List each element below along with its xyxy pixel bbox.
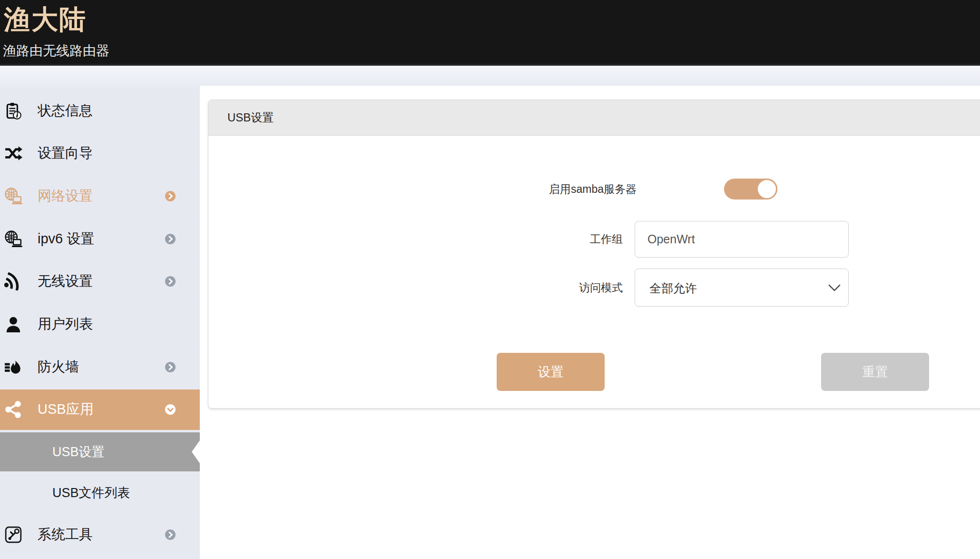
reset-button[interactable]: 重置 bbox=[821, 353, 929, 391]
firewall-icon bbox=[4, 358, 22, 376]
sidebar-item-network-settings[interactable]: 网络设置 bbox=[0, 176, 200, 216]
sidebar-subitem-usb-settings[interactable]: USB设置 bbox=[0, 432, 200, 471]
app-subtitle: 渔路由无线路由器 bbox=[3, 42, 109, 60]
sidebar-subitem-usb-file-list[interactable]: USB文件列表 bbox=[0, 473, 200, 512]
sidebar-item-usb-apps[interactable]: USB应用 bbox=[0, 389, 200, 430]
sidebar-subitem-label: USB设置 bbox=[52, 443, 105, 460]
access-mode-value: 全部允许 bbox=[649, 269, 697, 307]
sidebar-item-user-list[interactable]: 用户列表 bbox=[0, 304, 200, 344]
wireless-icon bbox=[4, 272, 22, 290]
tools-icon bbox=[4, 526, 22, 544]
select-chevron-down-icon bbox=[828, 284, 841, 294]
user-icon bbox=[4, 315, 22, 333]
usb-settings-card: USB设置 启用samba服务器 工作组 访问模式 全部允许 设置 重置 bbox=[208, 100, 980, 409]
workgroup-input[interactable] bbox=[635, 221, 849, 258]
sidebar-item-label: USB应用 bbox=[38, 400, 94, 419]
app-logo: 渔大陆 bbox=[4, 2, 87, 38]
chevron-right-icon bbox=[165, 234, 176, 244]
access-mode-label: 访问模式 bbox=[208, 269, 623, 307]
sidebar-item-setup-wizard[interactable]: 设置向导 bbox=[0, 133, 200, 174]
sidebar-subitem-label: USB文件列表 bbox=[52, 484, 130, 501]
sidebar-item-firewall[interactable]: 防火墙 bbox=[0, 347, 200, 387]
network-globe-icon bbox=[4, 187, 22, 205]
sidebar-item-label: ipv6 设置 bbox=[38, 230, 94, 249]
workgroup-label: 工作组 bbox=[208, 221, 623, 258]
share-icon bbox=[4, 400, 22, 419]
chevron-right-icon bbox=[165, 529, 176, 540]
network-globe-icon bbox=[4, 230, 22, 248]
chevron-right-icon bbox=[165, 362, 176, 372]
samba-toggle-label: 启用samba服务器 bbox=[208, 179, 637, 200]
clipboard-info-icon bbox=[4, 102, 22, 120]
sidebar-item-label: 用户列表 bbox=[38, 315, 93, 334]
sidebar-item-label: 网络设置 bbox=[38, 187, 93, 206]
card-title: USB设置 bbox=[227, 110, 274, 125]
app-header: 渔大陆 渔路由无线路由器 bbox=[0, 0, 980, 66]
sidebar-item-label: 设置向导 bbox=[38, 144, 93, 163]
access-mode-select[interactable]: 全部允许 bbox=[635, 269, 849, 307]
sidebar-item-system-tools[interactable]: 系统工具 bbox=[0, 515, 200, 555]
card-body: 启用samba服务器 工作组 访问模式 全部允许 设置 重置 bbox=[208, 136, 980, 408]
chevron-right-icon bbox=[165, 276, 176, 287]
samba-toggle[interactable] bbox=[724, 179, 777, 200]
sidebar-nav: 状态信息 设置向导 网络设置 bbox=[0, 90, 200, 558]
sidebar-item-label: 系统工具 bbox=[38, 525, 93, 544]
sidebar-item-ipv6-settings[interactable]: ipv6 设置 bbox=[0, 219, 200, 259]
sidebar-item-label: 无线设置 bbox=[38, 272, 93, 291]
apply-button[interactable]: 设置 bbox=[497, 353, 605, 391]
sidebar-item-wireless-settings[interactable]: 无线设置 bbox=[0, 261, 200, 302]
sidebar-item-label: 状态信息 bbox=[38, 101, 93, 120]
chevron-down-icon bbox=[165, 404, 176, 415]
chevron-right-icon bbox=[165, 191, 176, 201]
sidebar-item-label: 防火墙 bbox=[38, 358, 79, 377]
sidebar-item-status-info[interactable]: 状态信息 bbox=[0, 90, 200, 131]
card-header: USB设置 bbox=[208, 100, 980, 136]
selected-notch-arrow bbox=[192, 440, 200, 463]
toggle-knob bbox=[756, 179, 777, 200]
shuffle-icon bbox=[4, 144, 22, 162]
